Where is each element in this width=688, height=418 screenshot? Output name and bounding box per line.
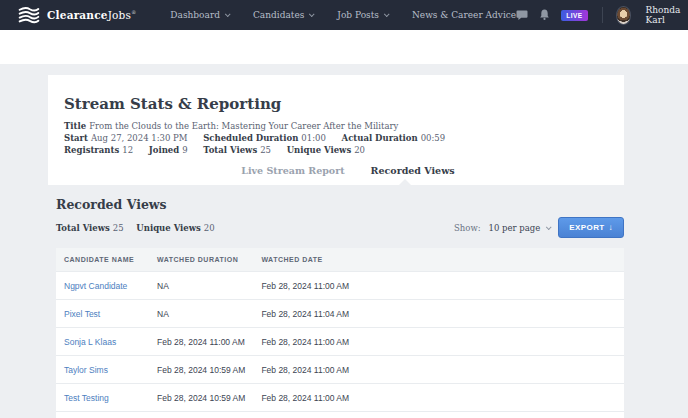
- watched-duration-cell: Feb 28, 2024 11:00 AM: [149, 412, 253, 418]
- sub-header-band: [0, 30, 688, 64]
- brand-name: ClearanceJobs®: [47, 9, 136, 21]
- table-row: Ngpvt Candidate NA Feb 28, 2024 11:00 AM: [56, 272, 624, 300]
- watched-date-cell: Feb 28, 2024 11:00 AM: [253, 356, 624, 384]
- candidate-link[interactable]: Sonja L Klaas: [64, 337, 116, 347]
- watched-duration-cell: Feb 28, 2024 10:59 AM: [149, 356, 253, 384]
- nav-item-job-posts[interactable]: Job Posts: [337, 10, 388, 20]
- live-badge[interactable]: LIVE: [561, 10, 587, 21]
- stat-registrants: Registrants12: [64, 145, 133, 155]
- flag-waves-icon: [18, 7, 40, 24]
- report-tabs: Live Stream Report Recorded Views: [48, 165, 624, 185]
- table-row: Tom Nash Feb 28, 2024 11:00 AM Feb 28, 2…: [56, 412, 624, 418]
- notifications-bell-icon[interactable]: [539, 9, 550, 21]
- stats-line-durations: StartAug 27, 2024 1:30 PM Scheduled Dura…: [64, 132, 608, 144]
- candidate-link[interactable]: Test Testing: [64, 393, 109, 403]
- page-title: Stream Stats & Reporting: [64, 95, 608, 113]
- summary-total-views: Total Views25: [56, 223, 124, 233]
- tab-recorded-views[interactable]: Recorded Views: [371, 165, 455, 176]
- export-button[interactable]: EXPORT ↓: [558, 217, 624, 238]
- watched-duration-cell: NA: [149, 300, 253, 328]
- stat-title: TitleFrom the Clouds to the Earth: Maste…: [64, 121, 398, 131]
- top-navigation: ClearanceJobs® Dashboard Candidates Job …: [0, 0, 688, 30]
- candidate-link[interactable]: Pixel Test: [64, 309, 100, 319]
- recorded-views-section: Recorded Views Total Views25 Unique View…: [56, 197, 624, 418]
- watched-date-cell: Feb 28, 2024 11:00 AM: [253, 384, 624, 412]
- table-row: Sonja L Klaas Feb 28, 2024 11:00 AM Feb …: [56, 328, 624, 356]
- table-header-row: CANDIDATE NAME WATCHED DURATION WATCHED …: [56, 248, 624, 272]
- download-arrow-icon: ↓: [609, 223, 613, 232]
- stats-line-counts: Registrants12 Joined9 Total Views25 Uniq…: [64, 144, 608, 156]
- stat-unique-views: Unique Views20: [287, 145, 365, 155]
- table-controls: Show: 10 per page EXPORT ↓: [454, 217, 624, 238]
- nav-item-dashboard[interactable]: Dashboard: [170, 10, 229, 20]
- table-row: Taylor Sims Feb 28, 2024 10:59 AM Feb 28…: [56, 356, 624, 384]
- chevron-down-icon: [546, 224, 552, 230]
- chevron-down-icon: [384, 11, 390, 17]
- page-size-select[interactable]: 10 per page: [489, 223, 551, 233]
- column-header-candidate-name: CANDIDATE NAME: [56, 248, 149, 272]
- tab-live-stream-report[interactable]: Live Stream Report: [241, 165, 344, 176]
- chevron-down-icon: [225, 11, 231, 17]
- nav-item-candidates[interactable]: Candidates: [253, 10, 313, 20]
- candidate-link[interactable]: Ngpvt Candidate: [64, 281, 127, 291]
- show-label: Show:: [454, 223, 481, 233]
- stats-line-title: TitleFrom the Clouds to the Earth: Maste…: [64, 120, 608, 132]
- summary-unique-views: Unique Views20: [136, 223, 214, 233]
- table-row: Pixel Test NA Feb 28, 2024 11:04 AM: [56, 300, 624, 328]
- recorded-views-table: CANDIDATE NAME WATCHED DURATION WATCHED …: [56, 248, 624, 418]
- watched-date-cell: Feb 28, 2024 11:04 AM: [253, 300, 624, 328]
- active-tab-caret: [399, 179, 411, 185]
- column-header-watched-duration: WATCHED DURATION: [149, 248, 253, 272]
- user-name[interactable]: Rhonda Karl: [646, 5, 687, 25]
- watched-duration-cell: Feb 28, 2024 11:00 AM: [149, 328, 253, 356]
- section-heading: Recorded Views: [56, 197, 624, 212]
- column-header-watched-date: WATCHED DATE: [253, 248, 624, 272]
- nav-item-news-career-advice[interactable]: News & Career Advice: [412, 10, 516, 20]
- nav-right-cluster: LIVE Rhonda Karl: [516, 5, 688, 25]
- stat-actual-duration: Actual Duration00:59: [342, 133, 446, 143]
- stat-scheduled-duration: Scheduled Duration01:00: [203, 133, 326, 143]
- watched-duration-cell: Feb 28, 2024 10:59 AM: [149, 384, 253, 412]
- nav-menu: Dashboard Candidates Job Posts News & Ca…: [170, 10, 516, 20]
- views-summary: Total Views25 Unique Views20: [56, 223, 225, 233]
- watched-duration-cell: NA: [149, 272, 253, 300]
- watched-date-cell: Feb 28, 2024 11:00 AM: [253, 412, 624, 418]
- clearancejobs-logo[interactable]: ClearanceJobs®: [18, 7, 136, 24]
- stat-total-views: Total Views25: [203, 145, 271, 155]
- nav-divider: [602, 7, 603, 23]
- stat-start: StartAug 27, 2024 1:30 PM: [64, 133, 188, 143]
- stat-joined: Joined9: [149, 145, 188, 155]
- table-row: Test Testing Feb 28, 2024 10:59 AM Feb 2…: [56, 384, 624, 412]
- section-toolbar: Total Views25 Unique Views20 Show: 10 pe…: [56, 217, 624, 238]
- chevron-down-icon: [309, 11, 315, 17]
- user-avatar[interactable]: [616, 6, 630, 25]
- registered-mark: ®: [131, 9, 136, 15]
- stream-stats-card: Stream Stats & Reporting TitleFrom the C…: [48, 75, 624, 185]
- watched-date-cell: Feb 28, 2024 11:00 AM: [253, 328, 624, 356]
- candidate-link[interactable]: Taylor Sims: [64, 365, 108, 375]
- messages-icon[interactable]: [516, 10, 528, 21]
- watched-date-cell: Feb 28, 2024 11:00 AM: [253, 272, 624, 300]
